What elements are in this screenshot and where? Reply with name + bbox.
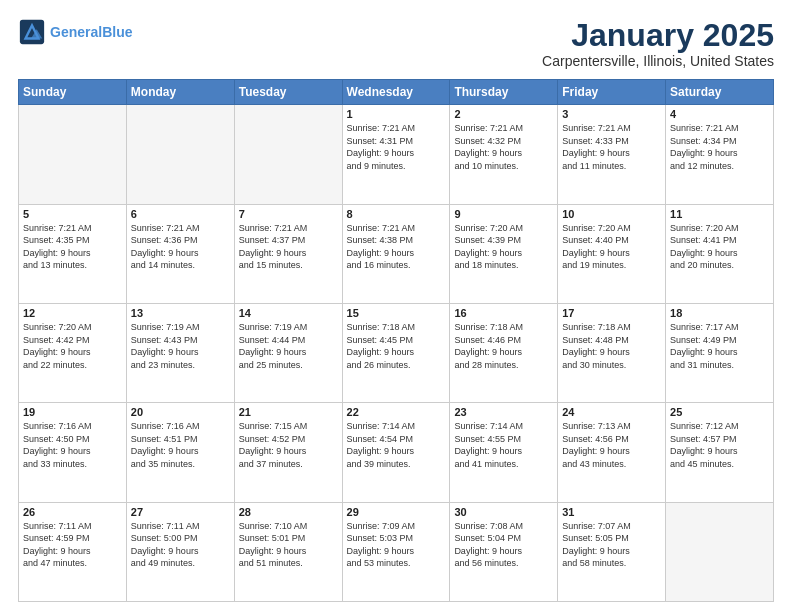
day-info: Sunrise: 7:20 AM Sunset: 4:42 PM Dayligh… (23, 321, 122, 371)
table-row: 7Sunrise: 7:21 AM Sunset: 4:37 PM Daylig… (234, 204, 342, 303)
calendar-week-row: 5Sunrise: 7:21 AM Sunset: 4:35 PM Daylig… (19, 204, 774, 303)
table-row (19, 105, 127, 204)
logo-icon (18, 18, 46, 46)
calendar-week-row: 19Sunrise: 7:16 AM Sunset: 4:50 PM Dayli… (19, 403, 774, 502)
table-row: 26Sunrise: 7:11 AM Sunset: 4:59 PM Dayli… (19, 502, 127, 601)
day-number: 22 (347, 406, 446, 418)
day-info: Sunrise: 7:21 AM Sunset: 4:31 PM Dayligh… (347, 122, 446, 172)
day-number: 8 (347, 208, 446, 220)
day-info: Sunrise: 7:21 AM Sunset: 4:32 PM Dayligh… (454, 122, 553, 172)
day-number: 7 (239, 208, 338, 220)
table-row: 15Sunrise: 7:18 AM Sunset: 4:45 PM Dayli… (342, 303, 450, 402)
table-row: 6Sunrise: 7:21 AM Sunset: 4:36 PM Daylig… (126, 204, 234, 303)
day-info: Sunrise: 7:09 AM Sunset: 5:03 PM Dayligh… (347, 520, 446, 570)
table-row: 1Sunrise: 7:21 AM Sunset: 4:31 PM Daylig… (342, 105, 450, 204)
table-row: 27Sunrise: 7:11 AM Sunset: 5:00 PM Dayli… (126, 502, 234, 601)
day-info: Sunrise: 7:20 AM Sunset: 4:40 PM Dayligh… (562, 222, 661, 272)
day-number: 2 (454, 108, 553, 120)
day-number: 12 (23, 307, 122, 319)
day-number: 4 (670, 108, 769, 120)
day-info: Sunrise: 7:14 AM Sunset: 4:54 PM Dayligh… (347, 420, 446, 470)
table-row: 5Sunrise: 7:21 AM Sunset: 4:35 PM Daylig… (19, 204, 127, 303)
day-number: 28 (239, 506, 338, 518)
table-row (666, 502, 774, 601)
day-number: 1 (347, 108, 446, 120)
day-number: 27 (131, 506, 230, 518)
table-row: 17Sunrise: 7:18 AM Sunset: 4:48 PM Dayli… (558, 303, 666, 402)
table-row: 3Sunrise: 7:21 AM Sunset: 4:33 PM Daylig… (558, 105, 666, 204)
day-number: 29 (347, 506, 446, 518)
subtitle: Carpentersville, Illinois, United States (542, 53, 774, 69)
table-row: 25Sunrise: 7:12 AM Sunset: 4:57 PM Dayli… (666, 403, 774, 502)
table-row: 14Sunrise: 7:19 AM Sunset: 4:44 PM Dayli… (234, 303, 342, 402)
day-number: 19 (23, 406, 122, 418)
day-info: Sunrise: 7:18 AM Sunset: 4:48 PM Dayligh… (562, 321, 661, 371)
day-number: 3 (562, 108, 661, 120)
day-number: 18 (670, 307, 769, 319)
day-number: 16 (454, 307, 553, 319)
day-number: 15 (347, 307, 446, 319)
calendar-week-row: 1Sunrise: 7:21 AM Sunset: 4:31 PM Daylig… (19, 105, 774, 204)
col-friday: Friday (558, 80, 666, 105)
day-info: Sunrise: 7:21 AM Sunset: 4:35 PM Dayligh… (23, 222, 122, 272)
day-info: Sunrise: 7:21 AM Sunset: 4:33 PM Dayligh… (562, 122, 661, 172)
col-tuesday: Tuesday (234, 80, 342, 105)
col-saturday: Saturday (666, 80, 774, 105)
col-monday: Monday (126, 80, 234, 105)
table-row: 24Sunrise: 7:13 AM Sunset: 4:56 PM Dayli… (558, 403, 666, 502)
calendar-table: Sunday Monday Tuesday Wednesday Thursday… (18, 79, 774, 602)
calendar-week-row: 26Sunrise: 7:11 AM Sunset: 4:59 PM Dayli… (19, 502, 774, 601)
table-row: 21Sunrise: 7:15 AM Sunset: 4:52 PM Dayli… (234, 403, 342, 502)
day-number: 20 (131, 406, 230, 418)
day-info: Sunrise: 7:20 AM Sunset: 4:41 PM Dayligh… (670, 222, 769, 272)
table-row (234, 105, 342, 204)
day-info: Sunrise: 7:13 AM Sunset: 4:56 PM Dayligh… (562, 420, 661, 470)
table-row: 10Sunrise: 7:20 AM Sunset: 4:40 PM Dayli… (558, 204, 666, 303)
table-row: 28Sunrise: 7:10 AM Sunset: 5:01 PM Dayli… (234, 502, 342, 601)
day-info: Sunrise: 7:08 AM Sunset: 5:04 PM Dayligh… (454, 520, 553, 570)
day-info: Sunrise: 7:11 AM Sunset: 4:59 PM Dayligh… (23, 520, 122, 570)
day-info: Sunrise: 7:16 AM Sunset: 4:51 PM Dayligh… (131, 420, 230, 470)
table-row (126, 105, 234, 204)
day-info: Sunrise: 7:10 AM Sunset: 5:01 PM Dayligh… (239, 520, 338, 570)
table-row: 8Sunrise: 7:21 AM Sunset: 4:38 PM Daylig… (342, 204, 450, 303)
day-number: 31 (562, 506, 661, 518)
day-info: Sunrise: 7:21 AM Sunset: 4:38 PM Dayligh… (347, 222, 446, 272)
calendar-body: 1Sunrise: 7:21 AM Sunset: 4:31 PM Daylig… (19, 105, 774, 602)
day-number: 9 (454, 208, 553, 220)
day-info: Sunrise: 7:15 AM Sunset: 4:52 PM Dayligh… (239, 420, 338, 470)
day-info: Sunrise: 7:12 AM Sunset: 4:57 PM Dayligh… (670, 420, 769, 470)
day-number: 26 (23, 506, 122, 518)
logo: GeneralBlue (18, 18, 132, 46)
day-number: 5 (23, 208, 122, 220)
table-row: 23Sunrise: 7:14 AM Sunset: 4:55 PM Dayli… (450, 403, 558, 502)
day-info: Sunrise: 7:16 AM Sunset: 4:50 PM Dayligh… (23, 420, 122, 470)
table-row: 22Sunrise: 7:14 AM Sunset: 4:54 PM Dayli… (342, 403, 450, 502)
table-row: 2Sunrise: 7:21 AM Sunset: 4:32 PM Daylig… (450, 105, 558, 204)
day-info: Sunrise: 7:20 AM Sunset: 4:39 PM Dayligh… (454, 222, 553, 272)
day-info: Sunrise: 7:19 AM Sunset: 4:44 PM Dayligh… (239, 321, 338, 371)
day-number: 11 (670, 208, 769, 220)
table-row: 11Sunrise: 7:20 AM Sunset: 4:41 PM Dayli… (666, 204, 774, 303)
day-number: 21 (239, 406, 338, 418)
day-info: Sunrise: 7:07 AM Sunset: 5:05 PM Dayligh… (562, 520, 661, 570)
day-number: 24 (562, 406, 661, 418)
table-row: 31Sunrise: 7:07 AM Sunset: 5:05 PM Dayli… (558, 502, 666, 601)
calendar-header: Sunday Monday Tuesday Wednesday Thursday… (19, 80, 774, 105)
day-number: 25 (670, 406, 769, 418)
day-number: 23 (454, 406, 553, 418)
table-row: 4Sunrise: 7:21 AM Sunset: 4:34 PM Daylig… (666, 105, 774, 204)
day-number: 10 (562, 208, 661, 220)
day-info: Sunrise: 7:18 AM Sunset: 4:46 PM Dayligh… (454, 321, 553, 371)
table-row: 9Sunrise: 7:20 AM Sunset: 4:39 PM Daylig… (450, 204, 558, 303)
table-row: 30Sunrise: 7:08 AM Sunset: 5:04 PM Dayli… (450, 502, 558, 601)
day-info: Sunrise: 7:18 AM Sunset: 4:45 PM Dayligh… (347, 321, 446, 371)
day-number: 6 (131, 208, 230, 220)
table-row: 20Sunrise: 7:16 AM Sunset: 4:51 PM Dayli… (126, 403, 234, 502)
day-info: Sunrise: 7:19 AM Sunset: 4:43 PM Dayligh… (131, 321, 230, 371)
logo-text: GeneralBlue (50, 24, 132, 41)
table-row: 16Sunrise: 7:18 AM Sunset: 4:46 PM Dayli… (450, 303, 558, 402)
col-sunday: Sunday (19, 80, 127, 105)
day-info: Sunrise: 7:21 AM Sunset: 4:37 PM Dayligh… (239, 222, 338, 272)
day-info: Sunrise: 7:11 AM Sunset: 5:00 PM Dayligh… (131, 520, 230, 570)
